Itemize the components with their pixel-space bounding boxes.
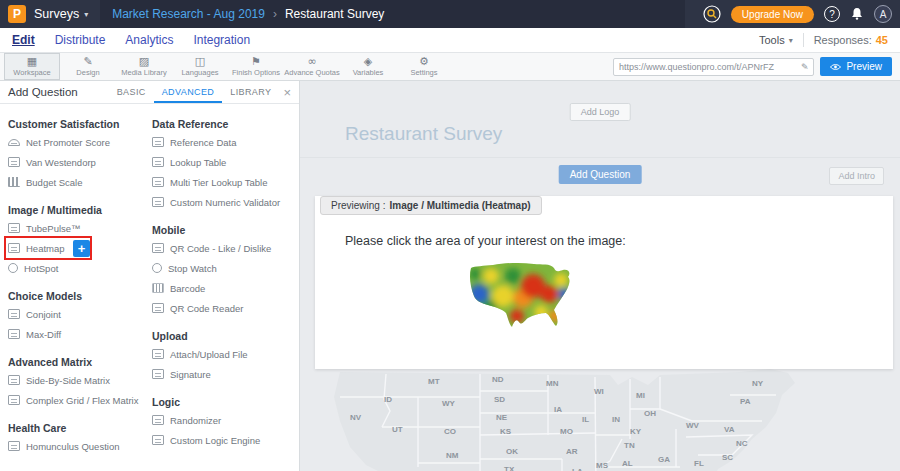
question-type[interactable]: HotSpot: [8, 258, 150, 278]
state-label: WV: [686, 421, 699, 430]
question-type[interactable]: Homunculus Question: [8, 436, 150, 456]
question-type[interactable]: Lookup Table: [152, 152, 299, 172]
add-logo-button[interactable]: Add Logo: [570, 103, 631, 121]
toolbar-item[interactable]: ∞ Advance Quotas: [284, 53, 340, 80]
question-type-label: Randomizer: [170, 415, 221, 426]
question-type[interactable]: Stop Watch: [152, 258, 299, 278]
questionpro-logo[interactable]: P: [8, 5, 26, 23]
qr-like-icon: [152, 243, 164, 253]
question-type[interactable]: TubePulse™: [8, 218, 150, 238]
panel-tab[interactable]: ADVANCED: [154, 81, 223, 103]
panel-tab[interactable]: LIBRARY: [222, 81, 279, 103]
add-heatmap-plus-button[interactable]: +: [73, 240, 90, 257]
toolbar-item-label: Variables: [353, 68, 384, 77]
nav-tab[interactable]: Distribute: [55, 33, 106, 47]
question-type-label: Reference Data: [170, 137, 237, 148]
question-type[interactable]: QR Code - Like / Dislike: [152, 238, 299, 258]
question-type[interactable]: Multi Tier Lookup Table: [152, 172, 299, 192]
question-type[interactable]: Heatmap +: [6, 238, 90, 258]
question-type[interactable]: Randomizer: [152, 410, 299, 430]
nav-tab[interactable]: Integration: [193, 33, 250, 47]
question-type[interactable]: Barcode: [152, 278, 299, 298]
panel-tab[interactable]: BASIC: [109, 81, 154, 103]
survey-url-input[interactable]: [619, 62, 797, 72]
tools-menu[interactable]: Tools ▾: [759, 34, 793, 46]
avatar[interactable]: A: [874, 5, 892, 23]
toolbar-item[interactable]: ⚑ Finish Options: [228, 53, 284, 80]
responses-count: 45: [876, 34, 888, 46]
question-type-label: Custom Numeric Validator: [170, 197, 280, 208]
nav-tab[interactable]: Analytics: [125, 33, 173, 47]
breadcrumb: Market Research - Aug 2019 › Restaurant …: [100, 0, 685, 28]
panel-header: Add Question BASICADVANCEDLIBRARY ×: [0, 81, 299, 104]
toolbar-item[interactable]: ▦ Workspace: [4, 53, 60, 80]
survey-title[interactable]: Restaurant Survey: [345, 123, 502, 145]
heatmap-image[interactable]: [465, 260, 585, 338]
question-type[interactable]: Upload: [152, 327, 299, 344]
state-label: GA: [658, 455, 670, 464]
upgrade-now-button[interactable]: Upgrade Now: [731, 6, 814, 23]
question-type[interactable]: Budget Scale: [8, 172, 150, 192]
question-type[interactable]: Van Westendorp: [8, 152, 150, 172]
state-label: KS: [500, 427, 511, 436]
question-type[interactable]: Side-By-Side Matrix: [8, 370, 150, 390]
surveys-menu[interactable]: Surveys ▾: [34, 7, 88, 21]
notifications-bell-icon[interactable]: [850, 7, 864, 21]
question-type[interactable]: Customer Satisfaction: [8, 115, 150, 132]
question-type[interactable]: Complex Grid / Flex Matrix: [8, 390, 150, 410]
add-intro-button[interactable]: Add Intro: [829, 167, 884, 185]
toolbar-item[interactable]: ▨ Media Library: [116, 53, 172, 80]
toolbar-item-label: Languages: [181, 68, 218, 77]
us-map-graphic: [300, 369, 900, 471]
question-type[interactable]: Health Care: [8, 419, 150, 436]
question-type[interactable]: Net Promoter Score: [8, 132, 150, 152]
randomizer-icon: [152, 415, 164, 425]
settings-icon: ⚙: [419, 56, 429, 67]
breadcrumb-parent-link[interactable]: Market Research - Aug 2019: [112, 7, 265, 21]
preview-button[interactable]: Preview: [820, 57, 892, 76]
question-type[interactable]: Mobile: [152, 221, 299, 238]
toolbar-item[interactable]: ◫ Languages: [172, 53, 228, 80]
question-type[interactable]: Signature: [152, 364, 299, 384]
state-label: NE: [496, 413, 507, 422]
breadcrumb-separator-icon: ›: [273, 7, 277, 21]
question-type[interactable]: Image / Multimedia: [8, 201, 150, 218]
question-type-label: QR Code - Like / Dislike: [170, 243, 271, 254]
question-type[interactable]: Logic: [152, 393, 299, 410]
state-label: NM: [446, 451, 458, 460]
toolbar-item-label: Advance Quotas: [284, 68, 339, 77]
question-type[interactable]: Data Reference: [152, 115, 299, 132]
add-question-button[interactable]: Add Question: [559, 165, 642, 184]
toolbar-item[interactable]: ⚙ Settings: [396, 53, 452, 80]
question-type-label: Net Promoter Score: [26, 137, 110, 148]
state-label: CO: [444, 427, 456, 436]
edit-url-pencil-icon[interactable]: ✎: [801, 62, 809, 72]
matrix-icon: [8, 375, 20, 385]
question-type[interactable]: QR Code Reader: [152, 298, 299, 318]
close-icon[interactable]: ×: [283, 85, 291, 100]
state-label: VA: [724, 425, 735, 434]
toolbar-item[interactable]: ◈ Variables: [340, 53, 396, 80]
media-library-icon: ▨: [139, 56, 149, 67]
question-type-label: Logic: [152, 396, 180, 408]
question-type[interactable]: Custom Logic Engine: [152, 430, 299, 450]
question-type[interactable]: Advanced Matrix: [8, 353, 150, 370]
divider: [300, 157, 900, 158]
question-type-label: Van Westendorp: [26, 157, 96, 168]
question-type[interactable]: Custom Numeric Validator: [152, 192, 299, 212]
nav-tab[interactable]: Edit: [12, 33, 35, 47]
question-type[interactable]: Choice Models: [8, 287, 150, 304]
question-type[interactable]: Reference Data: [152, 132, 299, 152]
state-label: SC: [722, 453, 733, 462]
question-type-label: Data Reference: [152, 118, 228, 130]
question-type[interactable]: Attach/Upload File: [152, 344, 299, 364]
toolbar-items: ▦ Workspace ✎ Design ▨ Media Library ◫ L…: [4, 53, 452, 80]
question-type-label: Budget Scale: [26, 177, 83, 188]
question-type-label: Heatmap: [26, 243, 65, 254]
question-type[interactable]: Max-Diff: [8, 324, 150, 344]
state-label: AL: [622, 459, 633, 468]
question-type[interactable]: Conjoint: [8, 304, 150, 324]
toolbar-item[interactable]: ✎ Design: [60, 53, 116, 80]
help-icon[interactable]: ?: [824, 6, 840, 22]
search-icon[interactable]: [703, 5, 721, 23]
